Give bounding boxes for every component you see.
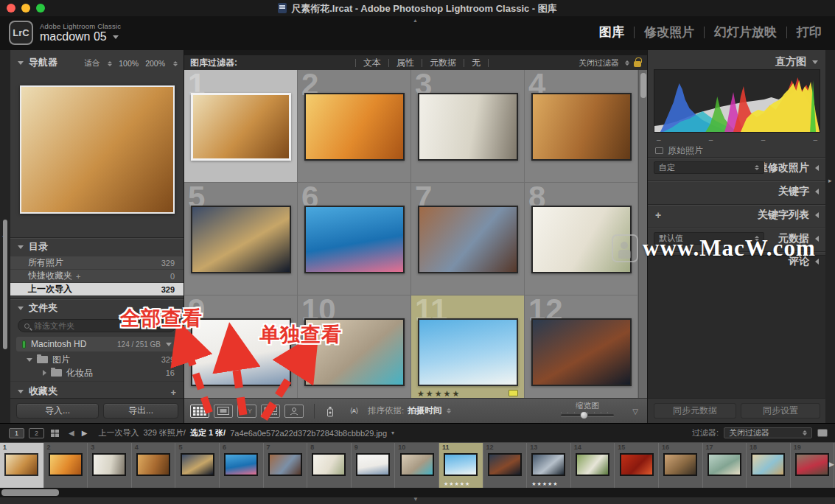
filter-preset-spinner-icon[interactable] [625, 60, 629, 66]
catalog-item-1[interactable]: 所有照片329 [10, 256, 184, 269]
original-photo-checkbox[interactable] [655, 147, 663, 154]
module-tab-2[interactable]: 修改照片 [644, 24, 694, 41]
photo-thumbnail[interactable] [418, 206, 518, 273]
hscrollbar-thumb[interactable] [1, 489, 59, 496]
photo-thumbnail[interactable] [191, 206, 291, 273]
navigator-header[interactable]: 导航器 适合 100% 200% [10, 55, 184, 71]
original-photo-row[interactable]: 原始照片 [655, 144, 703, 157]
histogram-display[interactable] [654, 69, 820, 133]
filmstrip-cell-17[interactable]: 17 [703, 443, 747, 488]
photo-cell-11[interactable]: 11★★★★★ [411, 295, 525, 398]
photo-thumbnail[interactable] [191, 318, 291, 386]
quick-develop-preset-dropdown[interactable]: 自定 [654, 161, 764, 174]
top-panel-collapse-icon[interactable]: ▲ [413, 18, 418, 23]
filmstrip-scroll-right-icon[interactable]: ▶ [829, 461, 834, 468]
rating-stars[interactable]: ★★★★★ [417, 389, 461, 398]
filmstrip-cell-6[interactable]: 6 [220, 443, 264, 488]
photo-thumbnail[interactable] [531, 93, 632, 161]
folder-collapsed-icon[interactable] [43, 370, 46, 376]
previous-photo-arrow-icon[interactable]: ◀ [69, 429, 74, 437]
navigator-collapse-icon[interactable] [18, 61, 24, 65]
filmstrip-cell-16[interactable]: 16 [659, 443, 703, 488]
catalog-dropdown-icon[interactable] [113, 35, 119, 39]
keywording-expand-icon[interactable] [815, 189, 819, 195]
folder-search-input[interactable] [34, 321, 144, 330]
photo-cell-3[interactable]: 3 [411, 70, 525, 183]
photo-cell-6[interactable]: 6 [298, 183, 411, 295]
filter-tab-4[interactable]: 无 [464, 57, 488, 69]
photo-cell-8[interactable]: 8 [525, 183, 638, 295]
add-folder-button[interactable]: + [170, 304, 176, 315]
filmstrip-filter-toggle[interactable] [817, 429, 828, 437]
module-tab-3[interactable]: 幻灯片放映 [714, 24, 777, 41]
photo-cell-7[interactable]: 7 [411, 183, 525, 295]
grid-shortcut-icon[interactable] [49, 427, 60, 440]
photo-thumbnail[interactable] [304, 318, 405, 386]
sort-direction-icon[interactable]: ⟨A⟩ [344, 405, 363, 418]
photo-cell-9[interactable]: 9 [184, 295, 298, 398]
filmstrip-filter-dropdown[interactable]: 关闭过滤器 [724, 427, 812, 438]
metadata-header[interactable]: 默认值 元数据 [648, 228, 826, 248]
filmstrip-thumbnail[interactable] [620, 453, 654, 476]
folder-row-2[interactable]: 化妆品16 [10, 366, 184, 379]
second-window-button[interactable]: 2 [29, 428, 44, 438]
filmstrip-cell-19[interactable]: 19 [791, 443, 835, 488]
filmstrip-cell-10[interactable]: 10 [395, 443, 439, 488]
sort-spinner-icon[interactable] [447, 408, 451, 413]
photo-cell-2[interactable]: 2 [298, 70, 411, 183]
filmstrip-thumbnail[interactable] [4, 453, 38, 476]
photo-cell-5[interactable]: 5 [184, 183, 298, 295]
collections-header[interactable]: 收藏夹 + [10, 383, 184, 399]
navigator-zoom-200[interactable]: 200% [145, 59, 165, 68]
catalog-item-3[interactable]: 上一次导入329 [10, 283, 184, 295]
folder-row-1[interactable]: 图片329 [10, 353, 184, 366]
folders-header[interactable]: 文件夹 + [10, 300, 184, 316]
filmstrip-cell-8[interactable]: 8 [307, 443, 352, 488]
navigator-zoom-100[interactable]: 100% [119, 59, 139, 68]
keyword-list-expand-icon[interactable] [815, 212, 819, 218]
navigator-preview[interactable] [20, 85, 175, 214]
keyword-list-header[interactable]: + 关键字列表 [648, 205, 826, 224]
filmstrip-cell-3[interactable]: 3 [88, 443, 132, 488]
painter-spray-icon[interactable] [321, 405, 340, 418]
filmstrip-thumbnail[interactable] [400, 453, 434, 476]
filmstrip-cell-1[interactable]: 1 [0, 443, 44, 488]
module-tab-1[interactable]: 图库 [599, 24, 624, 41]
metadata-expand-icon[interactable] [815, 236, 819, 242]
right-panel-expand-icon[interactable]: ▸ [828, 177, 832, 184]
metadata-preset-dropdown[interactable]: 默认值 [654, 232, 764, 245]
next-photo-arrow-icon[interactable]: ▶ [82, 429, 88, 437]
photo-thumbnail[interactable] [191, 93, 291, 161]
filmstrip-cell-12[interactable]: 12 [483, 443, 528, 488]
fit-spinner-icon[interactable] [108, 61, 112, 66]
filmstrip-thumbnail[interactable] [444, 453, 478, 476]
photo-thumbnail[interactable] [304, 206, 405, 273]
thumbnail-slider[interactable] [561, 414, 614, 416]
filmstrip-cell-18[interactable]: 18 [747, 443, 791, 488]
filmstrip-thumbnail[interactable] [576, 453, 609, 476]
filter-tab-2[interactable]: 属性 [389, 57, 422, 69]
filmstrip-thumbnail[interactable] [356, 453, 390, 476]
filmstrip-cell-7[interactable]: 7 [264, 443, 308, 488]
filmstrip-cell-2[interactable]: 2 [44, 443, 88, 488]
module-tab-4[interactable]: 打印 [797, 24, 822, 41]
photo-thumbnail[interactable] [531, 318, 632, 386]
compare-view-button[interactable]: XY [237, 405, 256, 418]
filmstrip-cell-4[interactable]: 4 [132, 443, 176, 488]
filter-lock-icon[interactable] [634, 61, 641, 67]
survey-view-button[interactable] [261, 405, 280, 418]
folder-search-box[interactable] [18, 319, 176, 332]
filmstrip-thumbnail[interactable] [708, 453, 741, 476]
grid-view-button[interactable] [190, 405, 209, 418]
filmstrip-cell-5[interactable]: 5 [175, 443, 220, 488]
filter-tab-3[interactable]: 元数据 [422, 57, 464, 69]
left-panel-scrollbar[interactable] [3, 220, 7, 349]
photo-thumbnail[interactable] [418, 93, 518, 161]
filmstrip-thumbnail[interactable] [136, 453, 170, 476]
histogram-header[interactable]: 直方图 [648, 55, 825, 69]
filmstrip-thumbnail[interactable] [49, 453, 83, 476]
catalog-item-2[interactable]: 快捷收藏夹+0 [10, 270, 184, 282]
quick-develop-header[interactable]: 自定 快速修改照片 [648, 158, 826, 177]
filmstrip-thumbnail[interactable] [663, 453, 697, 476]
collections-collapse-icon[interactable] [18, 390, 24, 393]
